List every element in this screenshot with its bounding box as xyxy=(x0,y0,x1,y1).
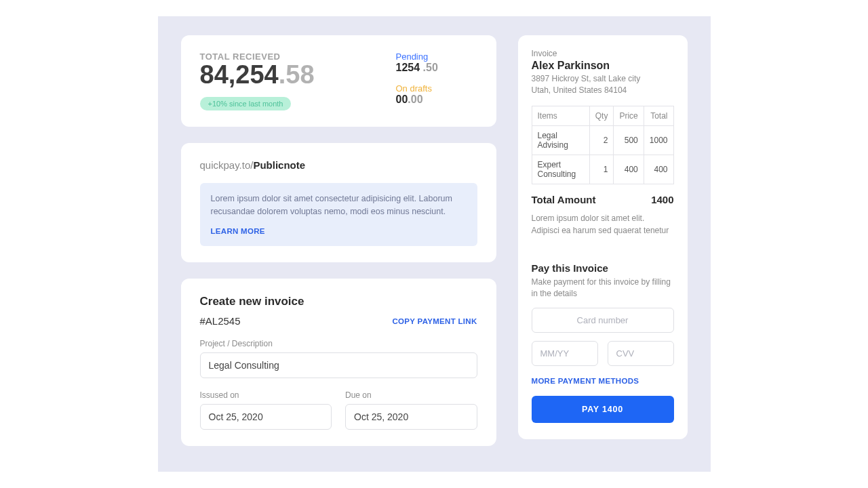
cvv-input[interactable] xyxy=(608,341,674,366)
invoice-card: Invoice Alex Parkinson 3897 Hickroy St, … xyxy=(518,35,688,439)
item-name: Expert Consulting xyxy=(532,155,589,184)
item-price: 400 xyxy=(614,155,644,184)
learn-more-link[interactable]: LEARN MORE xyxy=(211,226,265,238)
pending-int: 1254 xyxy=(396,62,420,73)
summary-side: Pending 1254 .50 On drafts 00.00 xyxy=(396,52,477,110)
invoice-heading: Invoice xyxy=(532,49,674,58)
invoice-address: 3897 Hickroy St, salt Lake city Utah, Un… xyxy=(532,73,674,96)
invoice-description: Lorem ipsum dolor sit amet elit. Adipisc… xyxy=(532,212,674,237)
col-qty: Qty xyxy=(589,106,614,125)
drafts-label: On drafts xyxy=(396,83,477,94)
due-label: Due on xyxy=(345,390,477,400)
publicnote-box: Lorem ipsum dolor sit amet consectetur a… xyxy=(200,183,477,246)
item-total: 400 xyxy=(644,155,673,184)
dashboard-stage: TOTAL RECIEVED 84,254.58 +10% since last… xyxy=(158,16,711,472)
publicnote-card: quickpay.to/Publicnote Lorem ipsum dolor… xyxy=(181,143,496,262)
issued-input[interactable] xyxy=(200,404,332,430)
issued-label: Issused on xyxy=(200,390,332,400)
drafts-value: 00.00 xyxy=(396,94,477,106)
copy-payment-link[interactable]: COPY PAYMENT LINK xyxy=(392,317,477,325)
pay-button[interactable]: PAY 1400 xyxy=(532,396,674,423)
project-label: Project / Description xyxy=(200,339,477,348)
publicnote-body: Lorem ipsum dolor sit amet consectetur a… xyxy=(211,194,452,216)
pending-block: Pending 1254 .50 xyxy=(396,52,477,74)
total-received-amount: 84,254.58 xyxy=(200,62,369,87)
pay-subtitle: Make payment for this invoice by filling… xyxy=(532,277,674,300)
growth-badge: +10% since last month xyxy=(200,97,292,110)
expiry-input[interactable] xyxy=(532,341,598,366)
pending-value: 1254 .50 xyxy=(396,62,477,74)
col-items: Items xyxy=(532,106,589,125)
publicnote-name: Publicnote xyxy=(253,159,305,171)
item-qty: 2 xyxy=(589,125,614,155)
invoice-addr2: Utah, United States 84104 xyxy=(532,85,627,95)
due-input[interactable] xyxy=(345,404,477,430)
project-input[interactable] xyxy=(200,352,477,378)
invoice-id: #AL2545 xyxy=(200,315,241,327)
left-column: TOTAL RECIEVED 84,254.58 +10% since last… xyxy=(181,35,496,472)
create-invoice-card: Create new invoice #AL2545 COPY PAYMENT … xyxy=(181,279,496,446)
item-name: Legal Advising xyxy=(532,125,589,155)
invoice-total-value: 1400 xyxy=(651,194,673,205)
col-price: Price xyxy=(614,106,644,125)
item-qty: 1 xyxy=(589,155,614,184)
card-number-input[interactable] xyxy=(532,308,674,333)
invoice-client-name: Alex Parkinson xyxy=(532,60,674,72)
right-column: Invoice Alex Parkinson 3897 Hickroy St, … xyxy=(518,35,688,472)
total-received-block: TOTAL RECIEVED 84,254.58 +10% since last… xyxy=(200,52,369,110)
item-total: 1000 xyxy=(644,125,673,155)
amount-int: 84,254 xyxy=(200,60,279,89)
col-total: Total xyxy=(644,106,673,125)
create-invoice-idrow: #AL2545 COPY PAYMENT LINK xyxy=(200,315,477,327)
table-row: Expert Consulting 1 400 400 xyxy=(532,155,673,184)
drafts-dec: .00 xyxy=(408,94,422,105)
table-row: Legal Advising 2 500 1000 xyxy=(532,125,673,155)
invoice-addr1: 3897 Hickroy St, salt Lake city xyxy=(532,74,641,83)
invoice-total-label: Total Amount xyxy=(532,194,596,205)
summary-card: TOTAL RECIEVED 84,254.58 +10% since last… xyxy=(181,35,496,127)
invoice-items-table: Items Qty Price Total Legal Advising 2 5… xyxy=(532,106,674,184)
pending-label: Pending xyxy=(396,52,477,62)
more-payment-methods-link[interactable]: MORE PAYMENT METHODS xyxy=(532,377,639,385)
item-price: 500 xyxy=(614,125,644,155)
drafts-block: On drafts 00.00 xyxy=(396,83,477,106)
publicnote-path: quickpay.to/Publicnote xyxy=(200,159,477,171)
pending-dec: .50 xyxy=(420,62,438,73)
pay-title: Pay this Invoice xyxy=(532,262,674,274)
invoice-total-row: Total Amount 1400 xyxy=(532,194,674,205)
drafts-int: 00 xyxy=(396,94,408,105)
amount-dec: .58 xyxy=(279,60,315,89)
create-invoice-title: Create new invoice xyxy=(200,295,477,308)
publicnote-prefix: quickpay.to/ xyxy=(200,159,254,171)
